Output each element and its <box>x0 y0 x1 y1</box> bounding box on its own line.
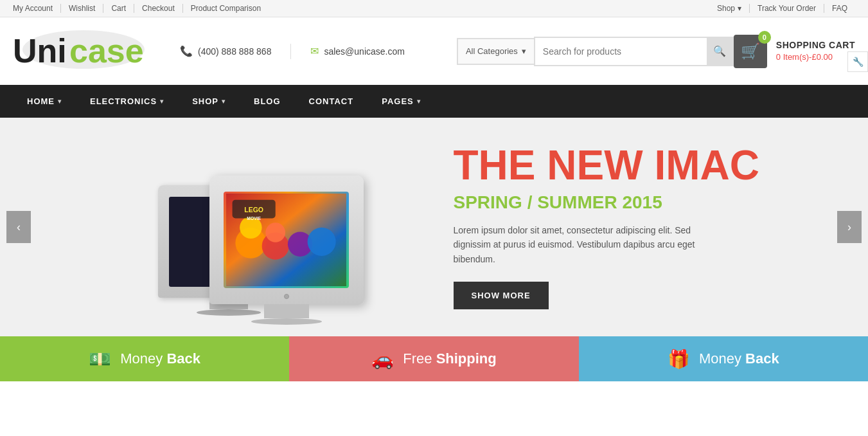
search-button[interactable]: 🔍 <box>707 38 732 65</box>
email-address: sales@unicase.com <box>324 46 405 57</box>
search-area: All Categories ▾ 🔍 <box>457 37 734 66</box>
money-icon: 💵 <box>89 349 111 370</box>
hero-image-area: LEGO MOVIE <box>107 137 415 317</box>
topbar-shop[interactable]: Shop ▾ <box>709 4 750 13</box>
logo[interactable]: Uni case <box>13 29 141 73</box>
svg-text:case: case <box>69 32 144 69</box>
phone-icon: 📞 <box>180 45 193 57</box>
category-dropdown[interactable]: All Categories ▾ <box>457 38 534 65</box>
hero-title: THE NEW IMAC <box>454 145 762 186</box>
chevron-down-icon: ▾ <box>522 46 526 56</box>
svg-point-10 <box>308 228 336 256</box>
nav-item-home[interactable]: HOME ▾ <box>13 85 76 118</box>
bottom-banners: 💵 Money Back 🚗 Free Shipping 🎁 Money Bac… <box>0 336 868 381</box>
topbar-faq[interactable]: FAQ <box>824 4 855 13</box>
topbar-cart[interactable]: Cart <box>103 4 134 13</box>
banner-free-shipping: 🚗 Free Shipping <box>289 336 578 381</box>
hero-prev-button[interactable]: ‹ <box>6 211 31 243</box>
banner-money-back-2: 🎁 Money Back <box>579 336 868 381</box>
nav-blog-label: BLOG <box>254 96 281 106</box>
nav-bar: HOME ▾ ELECTRONICS ▾ SHOP ▾ BLOG CONTACT… <box>0 85 868 118</box>
svg-point-8 <box>265 223 285 242</box>
top-bar-left: My Account Wishlist Cart Checkout Produc… <box>13 4 269 13</box>
shipping-icon: 🚗 <box>371 349 394 370</box>
search-input[interactable] <box>535 38 707 65</box>
header: Uni case 📞 (400) 888 888 868 ✉ sales@uni… <box>0 17 868 85</box>
cart-icon[interactable]: 🛒 0 <box>734 35 767 68</box>
cart-area[interactable]: 🛒 0 SHOPPING CART 0 Item(s)-£0.00 <box>734 35 855 68</box>
cart-badge: 0 <box>758 31 771 44</box>
category-label: All Categories <box>466 46 518 56</box>
email-icon: ✉ <box>310 45 319 57</box>
chevron-down-icon: ▾ <box>160 98 164 105</box>
chevron-down-icon: ▾ <box>738 4 741 13</box>
show-more-button[interactable]: SHOW MORE <box>454 282 549 309</box>
nav-item-contact[interactable]: CONTACT <box>295 85 368 118</box>
imac-front-chin <box>284 294 289 299</box>
phone-contact: 📞 (400) 888 888 868 <box>180 45 271 57</box>
nav-pages-label: PAGES <box>382 96 414 106</box>
topbar-wishlist[interactable]: Wishlist <box>61 4 103 13</box>
screen-content: LEGO MOVIE <box>224 192 349 288</box>
svg-text:LEGO: LEGO <box>244 206 263 213</box>
chevron-down-icon: ▾ <box>417 98 421 105</box>
nav-electronics-label: ELECTRONICS <box>90 96 157 106</box>
banner-label-2: Free Shipping <box>403 350 496 367</box>
imac-front-screen: LEGO MOVIE <box>224 192 349 288</box>
phone-number: (400) 888 888 868 <box>198 46 271 57</box>
cart-count: 0 Item(s)-£0.00 <box>776 51 855 63</box>
nav-item-blog[interactable]: BLOG <box>240 85 295 118</box>
top-bar: My Account Wishlist Cart Checkout Produc… <box>0 0 868 17</box>
cart-symbol: 🛒 <box>741 42 760 60</box>
search-input-wrap: 🔍 <box>534 37 734 66</box>
imac-front-stand <box>264 304 309 318</box>
nav-item-pages[interactable]: PAGES ▾ <box>368 85 435 118</box>
nav-item-electronics[interactable]: ELECTRONICS ▾ <box>76 85 178 118</box>
nav-item-shop[interactable]: SHOP ▾ <box>178 85 240 118</box>
svg-text:MOVIE: MOVIE <box>247 216 261 221</box>
chevron-down-icon: ▾ <box>222 98 226 105</box>
chevron-down-icon: ▾ <box>58 98 62 105</box>
nav-contact-label: CONTACT <box>309 96 354 106</box>
header-contact: 📞 (400) 888 888 868 ✉ sales@unicase.com <box>141 44 457 59</box>
hero-inner: LEGO MOVIE THE NEW IMAC SPRING / SUMMER … <box>81 118 788 336</box>
topbar-checkout[interactable]: Checkout <box>134 4 183 13</box>
contact-divider <box>290 44 291 59</box>
settings-icon[interactable]: 🔧 <box>847 51 868 72</box>
topbar-my-account[interactable]: My Account <box>13 4 61 13</box>
svg-text:Uni: Uni <box>13 32 67 69</box>
cart-info: SHOPPING CART 0 Item(s)-£0.00 <box>776 39 855 64</box>
nav-shop-label: SHOP <box>192 96 218 106</box>
search-icon: 🔍 <box>713 45 726 57</box>
gift-icon: 🎁 <box>668 349 690 370</box>
banner-label-1: Money Back <box>120 350 200 367</box>
topbar-track-order[interactable]: Track Your Order <box>750 4 824 13</box>
imac-illustration: LEGO MOVIE <box>158 137 364 317</box>
nav-home-label: HOME <box>27 96 55 106</box>
topbar-product-comparison[interactable]: Product Comparison <box>183 4 269 13</box>
cart-title: SHOPPING CART <box>776 39 855 52</box>
hero-description: Lorem ipsum dolor sit amet, consectetur … <box>454 223 723 266</box>
imac-front-base <box>251 318 322 325</box>
imac-back-base <box>197 309 261 316</box>
hero-next-button[interactable]: › <box>837 211 862 243</box>
imac-front: LEGO MOVIE <box>209 176 364 304</box>
hero-banner: ‹ <box>0 118 868 336</box>
hero-subtitle: SPRING / SUMMER 2015 <box>454 192 762 213</box>
hero-text: THE NEW IMAC SPRING / SUMMER 2015 Lorem … <box>454 145 762 309</box>
banner-money-back-1: 💵 Money Back <box>0 336 289 381</box>
top-bar-right: Shop ▾ Track Your Order FAQ <box>709 4 855 13</box>
banner-label-3: Money Back <box>699 350 779 367</box>
email-contact: ✉ sales@unicase.com <box>310 45 405 57</box>
